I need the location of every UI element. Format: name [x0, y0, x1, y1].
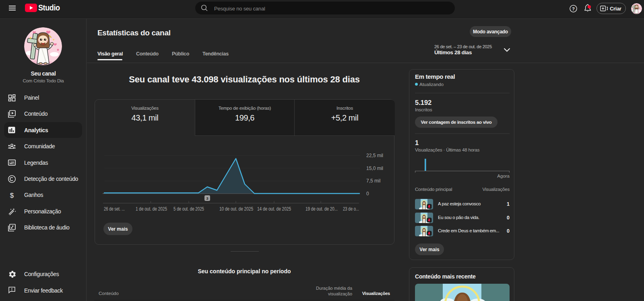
svg-text:23 de o...: 23 de o... [343, 206, 359, 212]
svg-text:26 de set. ...: 26 de set. ... [104, 206, 125, 212]
svg-text:7,5 mil: 7,5 mil [366, 178, 380, 184]
svg-text:5 de out. de 2025: 5 de out. de 2025 [173, 206, 204, 212]
svg-text:3: 3 [206, 196, 208, 201]
svg-text:0: 0 [366, 191, 369, 197]
svg-text:?: ? [572, 6, 575, 11]
svg-text:$: $ [10, 192, 14, 199]
svg-text:10 de out. de 2025: 10 de out. de 2025 [219, 206, 253, 212]
svg-text:19 de out. de 20...: 19 de out. de 20... [305, 206, 338, 212]
svg-text:15,0 mil: 15,0 mil [366, 166, 383, 171]
svg-text:22,5 mil: 22,5 mil [366, 153, 383, 158]
svg-text:1 de out. de 2025: 1 de out. de 2025 [136, 206, 167, 212]
svg-text:14 de out. de 2025: 14 de out. de 2025 [257, 206, 291, 212]
